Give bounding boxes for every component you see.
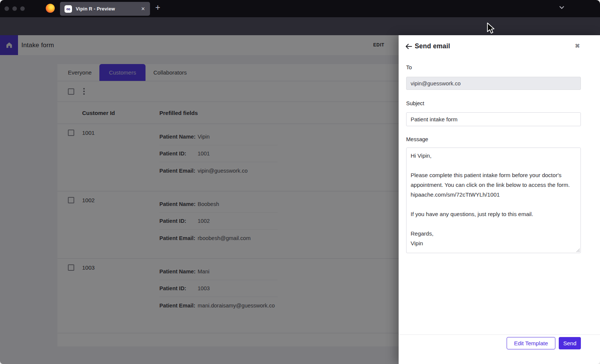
tab-strip: ∞ Vipin R - Preview ✕ + (0, 0, 600, 17)
edit-template-button[interactable]: Edit Template (507, 337, 555, 349)
navigation-toolbar: https://hipaache.com/dashboard/114565391… (0, 17, 600, 35)
zoom-window-button[interactable] (20, 6, 25, 11)
firefox-logo-icon (46, 4, 55, 13)
tab-favicon: ∞ (64, 5, 72, 13)
window-controls (4, 6, 25, 11)
new-tab-button[interactable]: + (155, 3, 160, 13)
message-textarea[interactable]: Hi Vipin, Please complete this patient i… (406, 148, 581, 253)
arrow-left-icon (405, 42, 413, 51)
infinity-icon: ∞ (66, 6, 70, 12)
send-button[interactable]: Send (559, 337, 581, 349)
subject-input[interactable] (406, 112, 581, 126)
close-window-button[interactable] (4, 6, 9, 11)
panel-close-icon[interactable]: ✖ (575, 42, 580, 49)
subject-label: Subject (406, 100, 424, 106)
modal-dim-overlay (0, 35, 399, 364)
tab-overflow-chevron-icon[interactable] (558, 4, 566, 13)
minimize-window-button[interactable] (12, 6, 17, 11)
to-label: To (406, 64, 412, 70)
resize-handle-icon[interactable] (576, 248, 580, 252)
browser-tab[interactable]: ∞ Vipin R - Preview ✕ (60, 2, 150, 16)
message-label: Message (406, 136, 428, 142)
tab-close-icon[interactable]: ✕ (141, 6, 145, 12)
send-email-panel: Send email ✖ To Subject Message Hi Vipin… (399, 35, 600, 364)
browser-window: ∞ Vipin R - Preview ✕ + https://hipaache… (0, 0, 600, 364)
panel-title: Send email (415, 42, 450, 50)
footer-divider (399, 334, 600, 335)
panel-back-button[interactable] (404, 42, 414, 51)
to-input[interactable] (406, 77, 581, 90)
tab-title: Vipin R - Preview (76, 6, 115, 12)
mouse-cursor (486, 22, 495, 34)
